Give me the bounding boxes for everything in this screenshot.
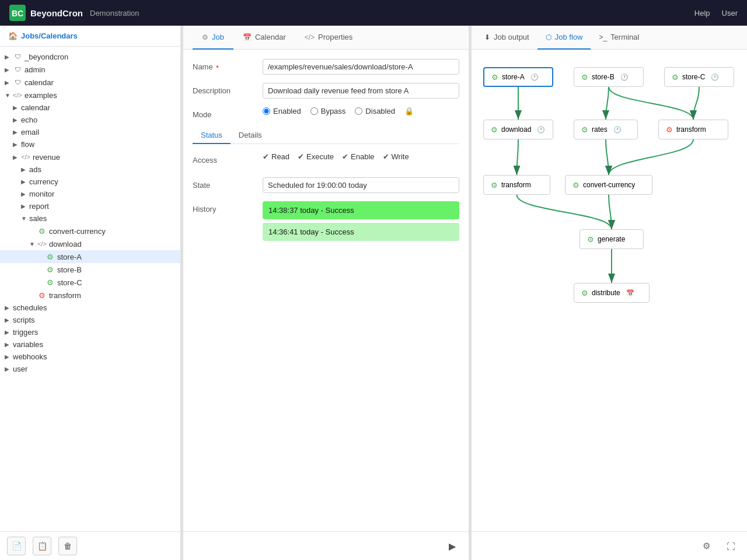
sidebar-item-currency[interactable]: ▶currency — [0, 176, 180, 188]
tab-job-flow-label: Job flow — [555, 33, 583, 41]
history-label: History — [193, 201, 263, 214]
sidebar-header[interactable]: 🏠 Jobs/Calendars — [0, 26, 180, 47]
enable-check-icon: ✔ — [342, 152, 348, 161]
sidebar-item-download[interactable]: ▼</>download — [0, 237, 180, 250]
read-check-icon: ✔ — [263, 152, 269, 161]
sidebar-item-convert-currency[interactable]: ⚙convert-currency — [0, 225, 180, 237]
app-name: BeyondCron — [30, 8, 83, 18]
item-label: store-A — [57, 253, 82, 261]
flow-node-store-a[interactable]: ⚙store-A🕐 — [483, 67, 553, 87]
mode-disabled-option[interactable]: Disabled — [355, 107, 395, 116]
sidebar-item-store-b[interactable]: ⚙store-B — [0, 263, 180, 276]
settings-icon-button[interactable]: ⚙ — [697, 537, 715, 555]
sidebar-item-ex-echo[interactable]: ▶echo — [0, 114, 180, 126]
tab-terminal[interactable]: >_ Terminal — [591, 26, 647, 50]
history-item-2[interactable]: 14:36:41 today - Success — [263, 223, 459, 241]
sidebar-item-user[interactable]: ▶user — [0, 363, 180, 375]
chevron-icon: ▶ — [5, 366, 13, 372]
run-button[interactable]: ▶ — [443, 537, 462, 555]
sidebar-item-transform[interactable]: ⚙transform — [0, 289, 180, 302]
sidebar-item-ex-email[interactable]: ▶email — [0, 126, 180, 138]
sidebar-item-ex-flow[interactable]: ▶flow — [0, 138, 180, 150]
chevron-icon: ▶ — [5, 79, 13, 86]
flow-node-download[interactable]: ⚙download🕐 — [483, 120, 553, 139]
tab-properties[interactable]: </> Properties — [295, 26, 362, 50]
description-input[interactable] — [263, 83, 459, 99]
chevron-icon: ▶ — [21, 178, 29, 185]
middle-panel: ⚙ Job 📅 Calendar </> Properties Name • — [183, 26, 469, 560]
sidebar-item-variables[interactable]: ▶variables — [0, 338, 180, 351]
node-label: store-A — [502, 73, 525, 81]
top-nav: BC BeyondCron Demonstration Help User — [0, 0, 747, 26]
sidebar-item-calendar[interactable]: ▶🛡calendar — [0, 76, 180, 89]
code-icon: </> — [305, 33, 315, 41]
env-label: Demonstration — [90, 9, 139, 18]
item-label: triggers — [13, 328, 38, 337]
node-gear-icon: ⚙ — [672, 73, 679, 82]
name-input[interactable] — [263, 59, 459, 75]
expand-icon-button[interactable]: ⛶ — [721, 537, 740, 555]
sidebar-item-ex-calendar[interactable]: ▶calendar — [0, 102, 180, 114]
flow-node-convert-currency[interactable]: ⚙convert-currency — [565, 175, 652, 195]
sidebar-item-ads[interactable]: ▶ads — [0, 163, 180, 176]
app-logo[interactable]: BC BeyondCron — [9, 5, 83, 21]
copy-file-button[interactable]: 📋 — [33, 537, 51, 555]
flow-node-store-b[interactable]: ⚙store-B🕐 — [574, 67, 644, 87]
mode-enabled-radio[interactable] — [263, 107, 270, 115]
mode-enabled-option[interactable]: Enabled — [263, 107, 301, 116]
calendar-icon: 📅 — [626, 289, 634, 297]
sidebar-item-admin[interactable]: ▶🛡admin — [0, 63, 180, 76]
flow-node-rates[interactable]: ⚙rates🕐 — [574, 120, 638, 139]
flow-node-transform-bot[interactable]: ⚙transform — [483, 175, 550, 195]
delete-file-button[interactable]: 🗑 — [58, 537, 77, 555]
node-label: convert-currency — [583, 181, 635, 189]
sidebar-item-report[interactable]: ▶report — [0, 200, 180, 212]
user-link[interactable]: User — [722, 9, 738, 18]
node-gear-icon: ⚙ — [581, 125, 588, 134]
node-gear-icon: ⚙ — [587, 235, 594, 244]
enable-label: Enable — [351, 152, 374, 161]
mode-enabled-label: Enabled — [273, 107, 301, 116]
sidebar-item-monitor[interactable]: ▶monitor — [0, 188, 180, 200]
sidebar-item-beyondcron[interactable]: ▶🛡_beyondcron — [0, 50, 180, 63]
sub-tab-status[interactable]: Status — [193, 127, 231, 144]
sub-tab-details[interactable]: Details — [231, 127, 270, 144]
chevron-icon: ▶ — [5, 304, 13, 311]
tab-job[interactable]: ⚙ Job — [193, 26, 233, 50]
sidebar-item-sales[interactable]: ▼sales — [0, 212, 180, 225]
access-read: ✔ Read — [263, 152, 289, 161]
mode-disabled-radio[interactable] — [355, 107, 362, 115]
sidebar-item-examples[interactable]: ▼</>examples — [0, 89, 180, 102]
flow-node-store-c[interactable]: ⚙store-C🕐 — [664, 67, 734, 87]
tab-calendar[interactable]: 📅 Calendar — [233, 26, 295, 50]
flow-node-generate[interactable]: ⚙generate — [580, 229, 644, 249]
sidebar-item-store-c[interactable]: ⚙store-C — [0, 276, 180, 289]
mode-bypass-option[interactable]: Bypass — [310, 107, 346, 116]
chevron-icon: ▶ — [13, 141, 21, 148]
description-row: Description — [193, 83, 459, 99]
node-gear-icon: ⚙ — [581, 289, 588, 298]
sidebar-item-scripts[interactable]: ▶scripts — [0, 314, 180, 326]
new-file-button[interactable]: 📄 — [7, 537, 26, 555]
chevron-icon: ▶ — [21, 191, 29, 197]
chevron-icon: ▶ — [21, 166, 29, 173]
state-row: State Scheduled for 19:00:00 today — [193, 177, 459, 193]
right-tabs: ⬇ Job output ⬡ Job flow >_ Terminal — [472, 26, 747, 50]
item-label: examples — [25, 91, 57, 100]
item-label: email — [21, 128, 39, 136]
execute-label: Execute — [306, 152, 334, 161]
sidebar-item-webhooks[interactable]: ▶webhooks — [0, 351, 180, 363]
sidebar-item-store-a[interactable]: ⚙store-A — [0, 250, 180, 263]
help-link[interactable]: Help — [694, 9, 710, 18]
history-item-1[interactable]: 14:38:37 today - Success — [263, 201, 459, 219]
sidebar-item-triggers[interactable]: ▶triggers — [0, 326, 180, 338]
sidebar-item-schedules[interactable]: ▶schedules — [0, 302, 180, 314]
sidebar-item-revenue[interactable]: ▶</>revenue — [0, 150, 180, 163]
flow-node-distribute[interactable]: ⚙distribute📅 — [574, 283, 650, 303]
tab-job-output[interactable]: ⬇ Job output — [476, 26, 537, 50]
item-label: calendar — [25, 78, 54, 87]
tab-job-flow[interactable]: ⬡ Job flow — [537, 26, 591, 50]
flow-node-transform-top[interactable]: ⚙transform — [658, 120, 728, 139]
mode-bypass-radio[interactable] — [310, 107, 318, 115]
shield-icon: 🛡 — [13, 52, 22, 61]
